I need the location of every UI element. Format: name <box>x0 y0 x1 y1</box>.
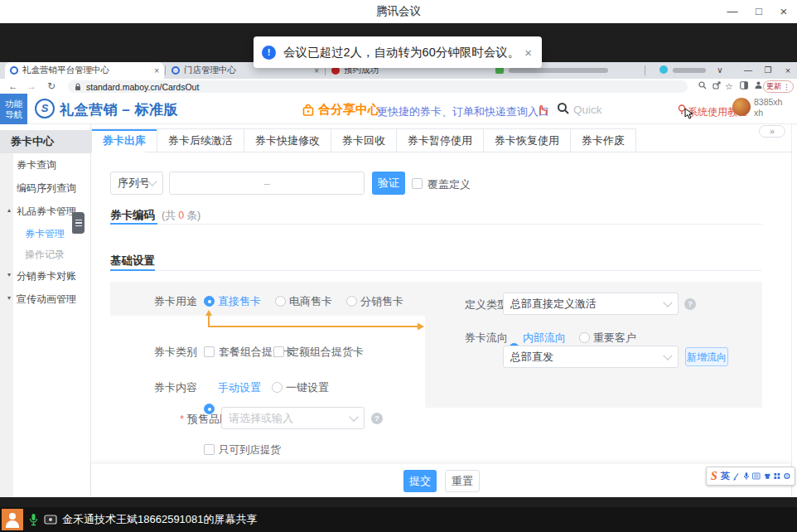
tab-void[interactable]: 券卡作废 <box>571 129 635 152</box>
tab-separator <box>165 65 166 75</box>
ime-pen-icon[interactable] <box>733 472 740 481</box>
overwrite-checkbox[interactable] <box>412 178 423 189</box>
tab-activate[interactable]: 券卡后续激活 <box>157 129 244 152</box>
usage-option-distribution[interactable]: 分销售卡 <box>360 294 403 309</box>
person-icon <box>9 513 16 520</box>
serial-range-input[interactable]: – <box>169 172 365 195</box>
flow-select[interactable]: 总部直发 <box>503 346 679 368</box>
participant-avatar <box>2 509 23 530</box>
serial-field-select[interactable]: 序列号 <box>110 172 163 195</box>
meeting-title: 腾讯会议 <box>0 0 797 23</box>
store-only-checkbox[interactable] <box>204 444 215 455</box>
notification-close-icon[interactable]: × <box>523 46 534 60</box>
browser-update-button[interactable]: 更新 ⋮ <box>763 80 794 93</box>
brand-select[interactable]: 请选择或输入 <box>221 407 365 429</box>
add-flow-button[interactable]: 新增流向 <box>685 347 728 366</box>
sidebar-group-giftcard[interactable]: 礼品券卡管理 <box>17 202 76 220</box>
browser-minimize-icon[interactable]: — <box>739 62 757 79</box>
usage-radio-distribution[interactable] <box>346 296 357 307</box>
flow-radio-vip[interactable] <box>579 332 590 343</box>
chevron-down-icon <box>663 297 672 307</box>
quick-entry-link[interactable]: 更快捷的券卡、订单和快递查询入口 <box>377 104 549 119</box>
nav-toggle-button[interactable]: 功能 导航 <box>0 94 27 124</box>
tab-search-chevron-icon[interactable]: ∨ <box>711 62 729 79</box>
usage-option-direct[interactable]: 直接售卡 <box>218 294 261 309</box>
category-option-fixed[interactable]: 定额组合提货卡 <box>288 345 364 360</box>
tabbar-expand-button[interactable]: » <box>759 125 785 138</box>
expand-arrow-icon[interactable]: ▾ <box>7 271 11 278</box>
splitview-icon[interactable] <box>737 79 751 94</box>
flow-option-vip[interactable]: 重要客户 <box>593 331 636 346</box>
ime-wrench-icon[interactable] <box>784 472 790 480</box>
expand-arrow-icon[interactable]: ▾ <box>7 294 11 302</box>
ime-mic-icon[interactable] <box>743 472 750 481</box>
share-center-link[interactable]: 合分享中心 <box>302 102 380 118</box>
zoom-icon[interactable] <box>696 79 709 94</box>
tab-quick-edit[interactable]: 券卡快捷修改 <box>244 129 331 152</box>
scrollbar-track[interactable] <box>791 124 792 497</box>
reset-button[interactable]: 重置 <box>445 470 480 492</box>
sidebar-group-distribution[interactable]: 分销券卡对账 <box>17 267 76 285</box>
codes-title: 券卡编码 <box>110 208 155 223</box>
minimize-button[interactable]: — <box>719 0 746 23</box>
site-favicon <box>171 66 180 75</box>
sidebar-item-codequery[interactable]: 编码序列查询 <box>17 179 76 197</box>
section-divider <box>110 224 762 225</box>
tab-close-icon[interactable]: × <box>154 66 159 75</box>
tab-recycle[interactable]: 券卡回收 <box>331 129 397 152</box>
sidebar-collapse-handle[interactable] <box>72 212 85 234</box>
browser-close-icon[interactable]: × <box>779 62 797 79</box>
ime-logo: S <box>711 470 717 483</box>
search-input[interactable]: Quick <box>573 104 602 116</box>
browser-tab-active[interactable]: 礼盒营销平台管理中心 × <box>5 62 164 79</box>
refresh-icon[interactable]: ↻ <box>43 79 60 94</box>
minimize-icon: — <box>727 5 738 17</box>
share-icon[interactable] <box>710 79 723 94</box>
avatar[interactable] <box>732 98 751 116</box>
flow-option-internal[interactable]: 内部流向 <box>523 331 566 346</box>
content-option-manual[interactable]: 手动设置 <box>218 380 261 395</box>
submit-button[interactable]: 提交 <box>403 470 437 492</box>
sidebar-group-animation[interactable]: 宣传动画管理 <box>17 290 76 308</box>
search-icon[interactable] <box>557 102 570 115</box>
bookmark-star-icon[interactable]: ☆ <box>722 79 736 94</box>
usage-option-ecommerce[interactable]: 电商售卡 <box>289 294 332 309</box>
url-field[interactable]: standard.maboy.cn/CardsOut <box>68 80 688 93</box>
usage-radio-ecommerce[interactable] <box>275 296 286 307</box>
chevron-down-icon <box>147 177 157 186</box>
sidebar-item-cardmanage-active[interactable]: 券卡管理 <box>25 225 65 243</box>
sidebar-item-oplog[interactable]: 操作记录 <box>25 245 65 264</box>
help-icon[interactable]: ? <box>371 413 383 424</box>
maximize-button[interactable]: □ <box>746 0 772 23</box>
usage-label: 券卡用途 <box>110 294 197 309</box>
help-icon[interactable]: ? <box>684 298 696 310</box>
back-icon[interactable]: ← <box>5 79 22 94</box>
obscured-tab-label <box>673 68 706 73</box>
site-favicon <box>659 65 668 74</box>
flow-label: 券卡流向 <box>465 331 508 346</box>
verify-button[interactable]: 验证 <box>372 172 405 195</box>
ime-keyboard-icon[interactable] <box>752 472 761 480</box>
def-type-select[interactable]: 总部直接定义激活 <box>503 293 679 315</box>
tab-label: 礼盒营销平台管理中心 <box>22 65 151 76</box>
close-button[interactable]: × <box>770 0 797 23</box>
sidebar-item-cardquery[interactable]: 券卡查询 <box>17 156 56 174</box>
tab-card-out[interactable]: 券卡出库 <box>92 129 157 152</box>
content-option-onekey[interactable]: 一键设置 <box>286 380 329 395</box>
ime-grid-icon[interactable] <box>774 472 780 480</box>
collapse-arrow-icon[interactable]: ▴ <box>7 206 11 214</box>
tab-resume[interactable]: 券卡恢复使用 <box>484 129 571 152</box>
def-type-value: 总部直接定义激活 <box>510 297 664 312</box>
tab-separator <box>645 65 645 75</box>
category-checkbox-combo[interactable] <box>204 346 215 357</box>
category-checkbox-fixed[interactable] <box>273 346 284 357</box>
ime-mode-label[interactable]: 英 <box>721 470 730 482</box>
ime-toolbar[interactable]: S 英 <box>706 467 795 486</box>
content-radio-onekey[interactable] <box>272 382 283 393</box>
ime-skin-icon[interactable] <box>764 472 771 480</box>
forward-icon[interactable]: → <box>23 79 40 94</box>
tab-pause[interactable]: 券卡暂停使用 <box>397 129 484 152</box>
browser-restore-icon[interactable]: ❐ <box>759 62 777 79</box>
section-divider <box>110 270 762 271</box>
usage-radio-direct[interactable] <box>204 296 215 307</box>
